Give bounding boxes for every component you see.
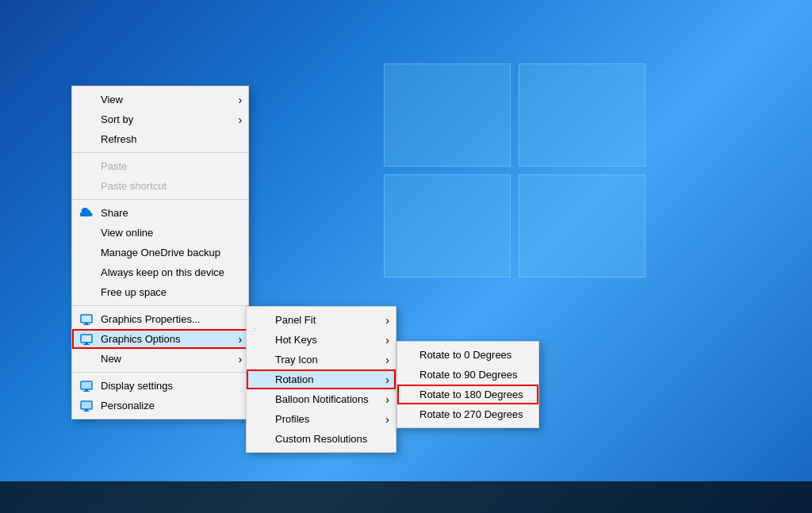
svg-rect-3 [83,324,90,325]
win-pane-tl [384,63,511,167]
rotate-180-label: Rotate to 180 Degrees [419,389,523,400]
share-label: Share [101,207,128,219]
menu-item-graphics-options[interactable]: Graphics Options [72,329,248,349]
graphics-properties-icon [79,312,94,327]
context-menu: View Sort by Refresh Paste Paste shortcu… [71,86,249,419]
display-settings-icon [79,378,94,394]
graphics-properties-label: Graphics Properties... [101,313,201,325]
refresh-label: Refresh [101,133,137,145]
menu-item-display-settings[interactable]: Display settings [72,376,248,396]
svg-rect-5 [82,335,91,342]
tray-icon-label: Tray Icon [275,354,318,366]
win-pane-tr [519,63,645,167]
menu-item-manage-onedrive[interactable]: Manage OneDrive backup [72,243,248,262]
view-label: View [101,94,123,105]
menu-item-view[interactable]: View [72,90,248,109]
svg-rect-13 [82,402,91,408]
menu-item-share[interactable]: Share [72,203,248,223]
submenu1-profiles[interactable]: Profiles [247,409,396,429]
sort-by-label: Sort by [101,113,133,125]
hot-keys-label: Hot Keys [275,334,317,346]
graphics-options-label: Graphics Options [101,333,180,345]
graphics-options-icon [79,331,94,347]
taskbar [0,481,812,513]
personalize-icon [79,398,94,414]
rotation-label: Rotation [275,373,313,385]
separator-2 [72,199,248,200]
panel-fit-label: Panel Fit [275,314,316,326]
svg-rect-6 [85,343,88,344]
rotate-270-item[interactable]: Rotate to 270 Degrees [397,404,538,424]
rotate-270-label: Rotate to 270 Degrees [419,408,523,420]
rotate-180-item[interactable]: Rotate to 180 Degrees [397,385,538,404]
paste-label: Paste [101,160,127,172]
submenu1-rotation[interactable]: Rotation [247,369,396,389]
svg-rect-7 [83,344,90,345]
menu-item-paste-shortcut[interactable]: Paste shortcut [72,176,248,196]
menu-item-always-keep[interactable]: Always keep on this device [72,262,248,282]
menu-item-new[interactable]: New [72,349,248,369]
win-pane-br [519,174,645,278]
svg-rect-11 [83,391,90,392]
svg-rect-10 [85,389,88,391]
menu-item-view-online[interactable]: View online [72,223,248,243]
rotate-0-label: Rotate to 0 Degrees [419,349,511,361]
submenu1-tray-icon[interactable]: Tray Icon [247,350,396,369]
menu-item-graphics-properties[interactable]: Graphics Properties... [72,309,248,329]
submenu-rotation: Rotate to 0 Degrees Rotate to 90 Degrees… [396,341,539,428]
menu-item-sort-by[interactable]: Sort by [72,109,248,129]
submenu1-hot-keys[interactable]: Hot Keys [247,330,396,350]
submenu1-balloon-notif[interactable]: Balloon Notifications [247,389,396,409]
submenu1-panel-fit[interactable]: Panel Fit [247,310,396,330]
manage-onedrive-label: Manage OneDrive backup [101,247,220,258]
view-online-label: View online [101,227,153,239]
always-keep-label: Always keep on this device [101,266,224,278]
separator-4 [72,372,248,373]
svg-rect-1 [82,316,91,322]
win-pane-bl [384,174,511,278]
menu-item-personalize[interactable]: Personalize [72,396,248,415]
menu-item-paste[interactable]: Paste [72,156,248,176]
svg-rect-9 [82,382,91,389]
rotate-0-item[interactable]: Rotate to 0 Degrees [397,345,538,365]
svg-rect-2 [85,323,88,324]
windows-logo-decoration [384,63,653,285]
display-settings-label: Display settings [101,380,173,392]
rotate-90-item[interactable]: Rotate to 90 Degrees [397,365,538,385]
personalize-label: Personalize [101,400,155,412]
profiles-label: Profiles [275,413,309,425]
custom-resolutions-label: Custom Resolutions [275,433,367,445]
menu-item-free-up[interactable]: Free up space [72,282,248,302]
menu-item-refresh[interactable]: Refresh [72,129,248,149]
separator-1 [72,152,248,153]
balloon-notifications-label: Balloon Notifications [275,393,369,405]
paste-shortcut-label: Paste shortcut [101,180,167,192]
svg-rect-15 [83,411,90,412]
cloud-icon [79,205,94,221]
submenu-graphics-options: Panel Fit Hot Keys Tray Icon Rotation Ba… [246,306,396,453]
rotate-90-label: Rotate to 90 Degrees [419,369,518,381]
free-up-label: Free up space [101,286,167,298]
submenu1-custom-resolutions[interactable]: Custom Resolutions [247,429,396,449]
new-label: New [101,353,121,365]
separator-3 [72,305,248,306]
svg-rect-14 [85,409,88,411]
